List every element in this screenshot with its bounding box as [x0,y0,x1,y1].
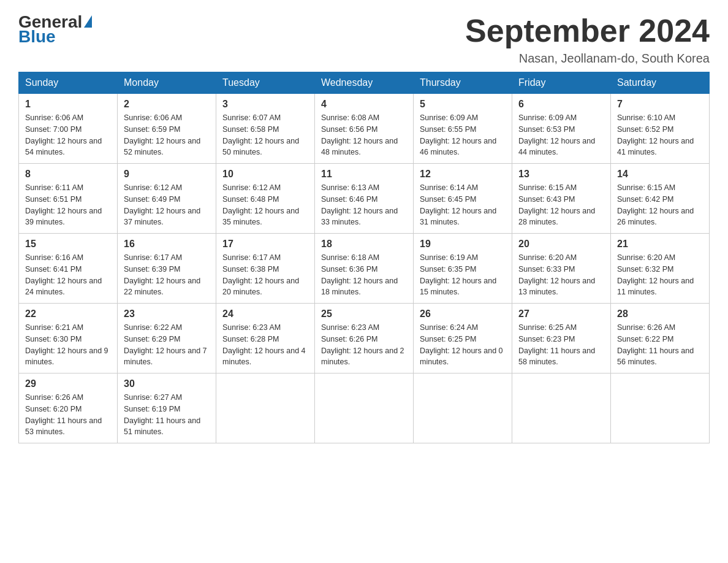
day-number: 19 [420,239,506,250]
weekday-header-friday: Friday [512,72,611,94]
calendar-cell: 22 Sunrise: 6:21 AMSunset: 6:30 PMDaylig… [19,304,118,373]
day-number: 20 [518,239,604,250]
day-number: 1 [25,99,111,110]
day-info: Sunrise: 6:21 AMSunset: 6:30 PMDaylight:… [25,322,111,368]
day-info: Sunrise: 6:22 AMSunset: 6:29 PMDaylight:… [124,322,210,368]
calendar-cell [512,373,611,443]
logo-triangle-icon [84,15,92,28]
day-info: Sunrise: 6:14 AMSunset: 6:45 PMDaylight:… [420,182,506,228]
day-number: 6 [518,99,604,110]
day-number: 27 [518,308,604,320]
calendar-cell [216,373,315,443]
day-number: 28 [617,308,703,320]
calendar-cell: 3 Sunrise: 6:07 AMSunset: 6:58 PMDayligh… [216,94,315,164]
calendar-week-2: 8 Sunrise: 6:11 AMSunset: 6:51 PMDayligh… [19,164,710,234]
day-number: 21 [617,239,703,250]
day-info: Sunrise: 6:17 AMSunset: 6:39 PMDaylight:… [124,252,210,298]
day-number: 14 [617,169,703,180]
weekday-header-tuesday: Tuesday [216,72,315,94]
calendar-cell: 5 Sunrise: 6:09 AMSunset: 6:55 PMDayligh… [414,94,512,164]
day-number: 23 [124,308,210,320]
calendar-week-4: 22 Sunrise: 6:21 AMSunset: 6:30 PMDaylig… [19,304,710,373]
day-number: 24 [222,308,308,320]
calendar-subtitle: Nasan, Jeollanam-do, South Korea [465,52,710,66]
calendar-cell [414,373,512,443]
day-info: Sunrise: 6:23 AMSunset: 6:26 PMDaylight:… [321,322,407,368]
weekday-header-monday: Monday [118,72,216,94]
calendar-cell: 18 Sunrise: 6:18 AMSunset: 6:36 PMDaylig… [315,234,414,304]
calendar-cell: 9 Sunrise: 6:12 AMSunset: 6:49 PMDayligh… [118,164,216,234]
day-number: 22 [25,308,111,320]
calendar-title: September 2024 [465,12,710,49]
calendar-cell: 28 Sunrise: 6:26 AMSunset: 6:22 PMDaylig… [611,304,710,373]
day-number: 16 [124,239,210,250]
calendar-cell [611,373,710,443]
day-number: 18 [321,239,407,250]
calendar-table: SundayMondayTuesdayWednesdayThursdayFrid… [18,72,710,443]
weekday-header-sunday: Sunday [19,72,118,94]
day-info: Sunrise: 6:20 AMSunset: 6:33 PMDaylight:… [518,252,604,298]
day-info: Sunrise: 6:26 AMSunset: 6:20 PMDaylight:… [25,392,111,438]
day-number: 9 [124,169,210,180]
day-info: Sunrise: 6:06 AMSunset: 7:00 PMDaylight:… [25,112,111,158]
logo: General Blue [18,12,92,47]
title-block: September 2024 Nasan, Jeollanam-do, Sout… [465,12,710,66]
calendar-cell: 7 Sunrise: 6:10 AMSunset: 6:52 PMDayligh… [611,94,710,164]
day-info: Sunrise: 6:27 AMSunset: 6:19 PMDaylight:… [124,392,210,438]
day-info: Sunrise: 6:26 AMSunset: 6:22 PMDaylight:… [617,322,703,368]
calendar-cell: 26 Sunrise: 6:24 AMSunset: 6:25 PMDaylig… [414,304,512,373]
calendar-cell: 27 Sunrise: 6:25 AMSunset: 6:23 PMDaylig… [512,304,611,373]
calendar-week-3: 15 Sunrise: 6:16 AMSunset: 6:41 PMDaylig… [19,234,710,304]
calendar-cell: 14 Sunrise: 6:15 AMSunset: 6:42 PMDaylig… [611,164,710,234]
day-info: Sunrise: 6:11 AMSunset: 6:51 PMDaylight:… [25,182,111,228]
day-number: 26 [420,308,506,320]
day-number: 17 [222,239,308,250]
calendar-week-1: 1 Sunrise: 6:06 AMSunset: 7:00 PMDayligh… [19,94,710,164]
day-info: Sunrise: 6:17 AMSunset: 6:38 PMDaylight:… [222,252,308,298]
day-info: Sunrise: 6:15 AMSunset: 6:43 PMDaylight:… [518,182,604,228]
logo-blue: Blue [18,27,56,47]
day-info: Sunrise: 6:20 AMSunset: 6:32 PMDaylight:… [617,252,703,298]
weekday-header-saturday: Saturday [611,72,710,94]
day-info: Sunrise: 6:12 AMSunset: 6:48 PMDaylight:… [222,182,308,228]
day-number: 12 [420,169,506,180]
weekday-header-wednesday: Wednesday [315,72,414,94]
day-number: 25 [321,308,407,320]
calendar-cell: 20 Sunrise: 6:20 AMSunset: 6:33 PMDaylig… [512,234,611,304]
calendar-cell: 30 Sunrise: 6:27 AMSunset: 6:19 PMDaylig… [118,373,216,443]
day-number: 3 [222,99,308,110]
calendar-cell: 17 Sunrise: 6:17 AMSunset: 6:38 PMDaylig… [216,234,315,304]
day-info: Sunrise: 6:09 AMSunset: 6:53 PMDaylight:… [518,112,604,158]
day-info: Sunrise: 6:25 AMSunset: 6:23 PMDaylight:… [518,322,604,368]
day-number: 8 [25,169,111,180]
calendar-cell: 1 Sunrise: 6:06 AMSunset: 7:00 PMDayligh… [19,94,118,164]
day-number: 15 [25,239,111,250]
day-info: Sunrise: 6:06 AMSunset: 6:59 PMDaylight:… [124,112,210,158]
day-info: Sunrise: 6:15 AMSunset: 6:42 PMDaylight:… [617,182,703,228]
day-number: 7 [617,99,703,110]
day-info: Sunrise: 6:08 AMSunset: 6:56 PMDaylight:… [321,112,407,158]
day-number: 10 [222,169,308,180]
calendar-cell: 21 Sunrise: 6:20 AMSunset: 6:32 PMDaylig… [611,234,710,304]
calendar-cell: 6 Sunrise: 6:09 AMSunset: 6:53 PMDayligh… [512,94,611,164]
weekday-header-thursday: Thursday [414,72,512,94]
day-info: Sunrise: 6:23 AMSunset: 6:28 PMDaylight:… [222,322,308,368]
calendar-week-5: 29 Sunrise: 6:26 AMSunset: 6:20 PMDaylig… [19,373,710,443]
calendar-cell: 25 Sunrise: 6:23 AMSunset: 6:26 PMDaylig… [315,304,414,373]
day-info: Sunrise: 6:10 AMSunset: 6:52 PMDaylight:… [617,112,703,158]
calendar-cell: 11 Sunrise: 6:13 AMSunset: 6:46 PMDaylig… [315,164,414,234]
calendar-cell: 23 Sunrise: 6:22 AMSunset: 6:29 PMDaylig… [118,304,216,373]
calendar-cell: 24 Sunrise: 6:23 AMSunset: 6:28 PMDaylig… [216,304,315,373]
day-info: Sunrise: 6:18 AMSunset: 6:36 PMDaylight:… [321,252,407,298]
calendar-cell: 15 Sunrise: 6:16 AMSunset: 6:41 PMDaylig… [19,234,118,304]
day-info: Sunrise: 6:07 AMSunset: 6:58 PMDaylight:… [222,112,308,158]
page-header: General Blue September 2024 Nasan, Jeoll… [18,12,710,66]
day-number: 29 [25,378,111,389]
weekday-header-row: SundayMondayTuesdayWednesdayThursdayFrid… [19,72,710,94]
calendar-cell: 29 Sunrise: 6:26 AMSunset: 6:20 PMDaylig… [19,373,118,443]
day-info: Sunrise: 6:16 AMSunset: 6:41 PMDaylight:… [25,252,111,298]
day-number: 2 [124,99,210,110]
day-number: 11 [321,169,407,180]
calendar-cell: 12 Sunrise: 6:14 AMSunset: 6:45 PMDaylig… [414,164,512,234]
calendar-cell: 4 Sunrise: 6:08 AMSunset: 6:56 PMDayligh… [315,94,414,164]
